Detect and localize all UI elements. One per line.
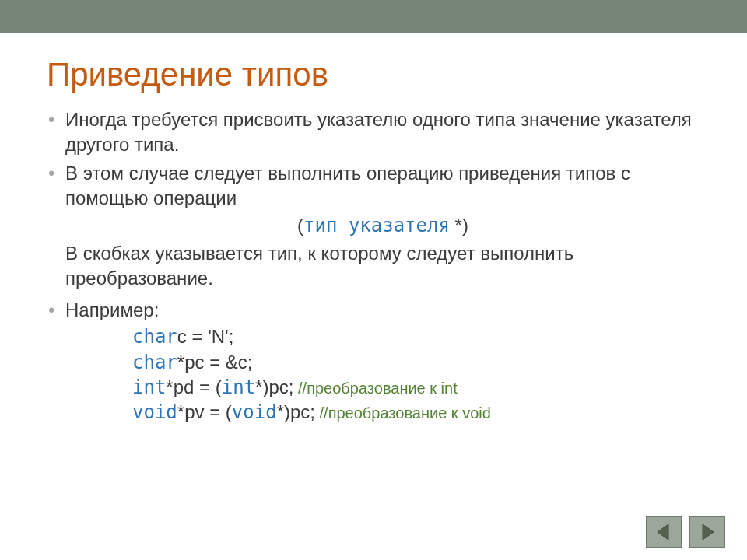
bullet-2: В этом случае следует выполнить операцию…: [47, 161, 700, 238]
bullet-2-text: В этом случае следует выполнить операцию…: [65, 163, 630, 208]
arrow-right-icon: [697, 522, 717, 542]
code-kw: char: [132, 352, 177, 373]
next-slide-button[interactable]: [689, 516, 725, 548]
code-kw: int: [132, 376, 166, 398]
code-text: *pc = &c;: [177, 352, 253, 373]
code-text: *)pc;: [277, 401, 315, 422]
bullet-3: Например: charc = 'N'; char*pc = &c; int…: [47, 298, 700, 425]
decorative-top-bar: [0, 0, 747, 33]
code-text: *)pc;: [255, 376, 293, 397]
syntax-line: (тип_указателя *): [65, 213, 700, 238]
bullet-3-text: Например:: [65, 299, 159, 320]
syntax-open: (: [297, 215, 303, 236]
slide-title: Приведение типов: [47, 56, 747, 93]
slide: Приведение типов Иногда требуется присво…: [0, 0, 747, 560]
code-kw: char: [132, 326, 177, 348]
code-line-1: charc = 'N';: [132, 324, 700, 349]
code-block: charc = 'N'; char*pc = &c; int*pd = (int…: [65, 324, 700, 425]
svg-marker-1: [703, 524, 714, 540]
code-kw: void: [232, 401, 277, 423]
svg-marker-0: [658, 524, 668, 540]
code-line-2: char*pc = &c;: [132, 350, 700, 375]
code-comment: //преобразование к int: [293, 380, 457, 397]
code-line-3: int*pd = (int*)pc; //преобразование к in…: [132, 375, 700, 400]
code-line-4: void*pv = (void*)pc; //преобразование к …: [132, 400, 700, 425]
prev-slide-button[interactable]: [646, 516, 682, 548]
code-kw: void: [132, 401, 177, 423]
bullet-1: Иногда требуется присвоить указателю одн…: [47, 107, 700, 158]
syntax-keyword: тип_указателя: [303, 215, 450, 236]
code-text: *pd = (: [166, 376, 221, 397]
code-text: c = 'N';: [177, 326, 234, 347]
arrow-left-icon: [654, 522, 674, 542]
nav-controls: [646, 516, 725, 548]
explanation-text: В скобках указывается тип, к которому сл…: [47, 241, 700, 292]
code-comment: //преобразование к void: [315, 404, 491, 422]
code-text: *pv = (: [177, 401, 232, 422]
syntax-close: *): [450, 215, 468, 236]
slide-body: Иногда требуется присвоить указателю одн…: [47, 107, 700, 425]
code-kw: int: [222, 376, 255, 398]
